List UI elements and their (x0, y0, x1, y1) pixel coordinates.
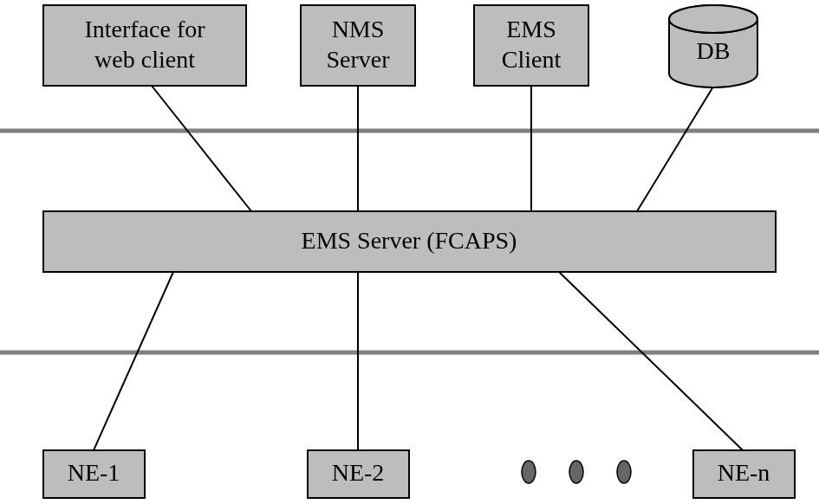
ems-client-line1: EMS (506, 16, 556, 42)
ne1-label: NE-1 (68, 459, 120, 486)
interface-line1: Interface for (84, 16, 205, 42)
link-ems-nen (559, 272, 743, 450)
svg-point-11 (617, 461, 631, 483)
node-nen: NE-n (693, 450, 795, 498)
node-db: DB (669, 5, 757, 87)
nen-label: NE-n (718, 459, 770, 486)
db-label: DB (697, 37, 731, 64)
node-ems-client: EMS Client (474, 5, 588, 86)
nms-line1: NMS (332, 16, 385, 42)
ems-server-label: EMS Server (FCAPS) (302, 227, 517, 254)
nms-line2: Server (326, 46, 390, 73)
architecture-diagram: Interface for web client NMS Server EMS … (0, 0, 819, 504)
svg-point-4 (669, 5, 757, 33)
node-ems-server: EMS Server (FCAPS) (43, 211, 776, 272)
ne2-label: NE-2 (332, 459, 385, 486)
ems-client-line2: Client (502, 46, 562, 73)
interface-line2: web client (94, 46, 195, 73)
svg-point-10 (569, 461, 583, 483)
link-db-ems (637, 87, 713, 211)
node-nms-server: NMS Server (301, 5, 415, 86)
link-interface-ems (152, 86, 251, 211)
node-interface-web-client: Interface for web client (43, 5, 246, 86)
ellipsis (522, 461, 631, 483)
svg-point-9 (522, 461, 536, 483)
link-ems-ne1 (94, 272, 173, 450)
node-ne1: NE-1 (43, 450, 145, 498)
node-ne2: NE-2 (308, 450, 409, 498)
